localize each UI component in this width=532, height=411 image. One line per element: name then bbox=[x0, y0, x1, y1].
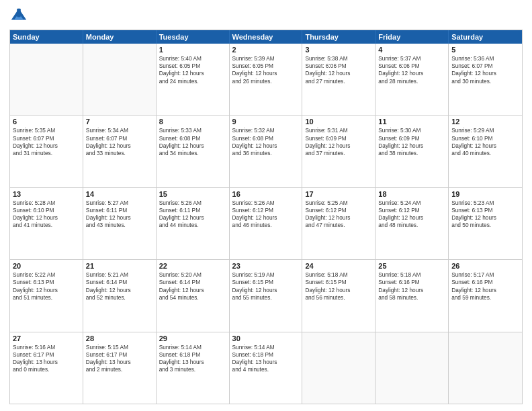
cell-info-line: Sunset: 6:11 PM bbox=[86, 207, 153, 214]
cell-info-line: Daylight: 12 hours bbox=[13, 287, 80, 294]
cell-info-line: and 54 minutes. bbox=[159, 294, 226, 302]
logo bbox=[9, 7, 31, 26]
header-day-friday: Friday bbox=[375, 30, 449, 44]
cell-info-line: Sunset: 6:14 PM bbox=[86, 279, 153, 286]
cell-info-line: Sunset: 6:18 PM bbox=[159, 351, 226, 359]
cell-info-line: Daylight: 13 hours bbox=[86, 359, 153, 366]
cell-info-line: Daylight: 12 hours bbox=[232, 214, 300, 222]
cell-info-line: Sunrise: 5:39 AM bbox=[232, 55, 300, 62]
day-number-3: 3 bbox=[305, 46, 372, 54]
cell-info-line: and 52 minutes. bbox=[86, 294, 153, 302]
cell-info-line: and 4 minutes. bbox=[232, 366, 300, 373]
cell-info-line: Sunset: 6:09 PM bbox=[378, 135, 445, 142]
cell-info-line: and 0 minutes. bbox=[13, 366, 80, 373]
day-cell-30: 30Sunrise: 5:14 AMSunset: 6:18 PMDayligh… bbox=[230, 332, 303, 404]
cell-info-line: Daylight: 12 hours bbox=[378, 214, 445, 222]
cell-info-line: and 37 minutes. bbox=[305, 150, 372, 157]
empty-cell-r0-c1 bbox=[83, 44, 157, 115]
cell-info-line: Sunset: 6:13 PM bbox=[13, 279, 80, 286]
cell-info-line: Sunrise: 5:14 AM bbox=[159, 344, 226, 351]
cell-info-line: and 30 minutes. bbox=[451, 78, 519, 85]
day-number-26: 26 bbox=[451, 262, 519, 270]
cell-info-line: Sunrise: 5:40 AM bbox=[159, 55, 226, 62]
svg-rect-2 bbox=[17, 9, 21, 17]
day-cell-7: 7Sunrise: 5:34 AMSunset: 6:07 PMDaylight… bbox=[83, 116, 157, 187]
cell-info-line: Sunset: 6:05 PM bbox=[159, 62, 226, 70]
cell-info-line: and 40 minutes. bbox=[451, 150, 519, 157]
day-number-28: 28 bbox=[86, 334, 153, 342]
day-number-30: 30 bbox=[232, 334, 300, 342]
day-cell-3: 3Sunrise: 5:38 AMSunset: 6:06 PMDaylight… bbox=[302, 44, 375, 115]
day-number-16: 16 bbox=[232, 190, 300, 198]
day-cell-6: 6Sunrise: 5:35 AMSunset: 6:07 PMDaylight… bbox=[10, 116, 83, 187]
day-number-4: 4 bbox=[378, 46, 445, 54]
cell-info-line: Sunset: 6:10 PM bbox=[451, 135, 519, 142]
cell-info-line: Sunset: 6:11 PM bbox=[159, 207, 226, 214]
cell-info-line: Daylight: 13 hours bbox=[159, 359, 226, 366]
cell-info-line: Sunset: 6:10 PM bbox=[13, 207, 80, 214]
empty-cell-r0-c0 bbox=[10, 44, 83, 115]
cell-info-line: Sunset: 6:07 PM bbox=[86, 135, 153, 142]
cell-info-line: and 24 minutes. bbox=[159, 78, 226, 85]
header bbox=[9, 7, 523, 26]
cell-info-line: Sunrise: 5:14 AM bbox=[232, 344, 300, 351]
cell-info-line: and 59 minutes. bbox=[451, 294, 519, 302]
day-cell-29: 29Sunrise: 5:14 AMSunset: 6:18 PMDayligh… bbox=[157, 332, 230, 404]
day-number-9: 9 bbox=[232, 118, 300, 126]
cell-info-line: Sunset: 6:18 PM bbox=[232, 351, 300, 359]
cell-info-line: Sunrise: 5:26 AM bbox=[159, 199, 226, 207]
cell-info-line: Daylight: 12 hours bbox=[159, 142, 226, 150]
page: SundayMondayTuesdayWednesdayThursdayFrid… bbox=[0, 0, 532, 411]
cell-info-line: Sunset: 6:09 PM bbox=[305, 135, 372, 142]
cell-info-line: Sunrise: 5:20 AM bbox=[159, 271, 226, 279]
day-cell-27: 27Sunrise: 5:16 AMSunset: 6:17 PMDayligh… bbox=[10, 332, 83, 404]
header-day-wednesday: Wednesday bbox=[230, 30, 303, 44]
cell-info-line: Sunset: 6:14 PM bbox=[159, 279, 226, 286]
cell-info-line: Sunrise: 5:31 AM bbox=[305, 127, 372, 134]
day-cell-8: 8Sunrise: 5:33 AMSunset: 6:08 PMDaylight… bbox=[157, 116, 230, 187]
cell-info-line: Sunrise: 5:38 AM bbox=[305, 55, 372, 62]
cell-info-line: Sunset: 6:16 PM bbox=[451, 279, 519, 286]
cell-info-line: Sunset: 6:17 PM bbox=[13, 351, 80, 359]
cell-info-line: Daylight: 13 hours bbox=[13, 359, 80, 366]
cell-info-line: Sunset: 6:05 PM bbox=[232, 62, 300, 70]
day-cell-13: 13Sunrise: 5:28 AMSunset: 6:10 PMDayligh… bbox=[10, 188, 83, 259]
cell-info-line: Sunrise: 5:15 AM bbox=[86, 344, 153, 351]
cell-info-line: and 31 minutes. bbox=[13, 150, 80, 157]
day-cell-1: 1Sunrise: 5:40 AMSunset: 6:05 PMDaylight… bbox=[157, 44, 230, 115]
calendar-body: 1Sunrise: 5:40 AMSunset: 6:05 PMDaylight… bbox=[10, 44, 522, 404]
cell-info-line: Daylight: 12 hours bbox=[86, 287, 153, 294]
cell-info-line: Sunset: 6:08 PM bbox=[232, 135, 300, 142]
cell-info-line: and 46 minutes. bbox=[232, 222, 300, 229]
cell-info-line: Sunrise: 5:33 AM bbox=[159, 127, 226, 134]
cell-info-line: and 33 minutes. bbox=[86, 150, 153, 157]
day-number-10: 10 bbox=[305, 118, 372, 126]
cell-info-line: Daylight: 12 hours bbox=[86, 214, 153, 222]
day-number-20: 20 bbox=[13, 262, 80, 270]
cell-info-line: Sunrise: 5:23 AM bbox=[451, 199, 519, 207]
cell-info-line: Sunrise: 5:21 AM bbox=[86, 271, 153, 279]
day-cell-26: 26Sunrise: 5:17 AMSunset: 6:16 PMDayligh… bbox=[449, 260, 522, 331]
cell-info-line: and 3 minutes. bbox=[159, 366, 226, 373]
day-number-29: 29 bbox=[159, 334, 226, 342]
day-cell-28: 28Sunrise: 5:15 AMSunset: 6:17 PMDayligh… bbox=[83, 332, 157, 404]
cell-info-line: Sunrise: 5:29 AM bbox=[451, 127, 519, 134]
cell-info-line: Daylight: 12 hours bbox=[159, 214, 226, 222]
cell-info-line: Sunrise: 5:28 AM bbox=[13, 199, 80, 207]
cell-info-line: Daylight: 12 hours bbox=[451, 287, 519, 294]
cell-info-line: Daylight: 12 hours bbox=[305, 287, 372, 294]
cell-info-line: and 51 minutes. bbox=[13, 294, 80, 302]
cell-info-line: and 44 minutes. bbox=[159, 222, 226, 229]
day-number-17: 17 bbox=[305, 190, 372, 198]
header-day-monday: Monday bbox=[83, 30, 157, 44]
cell-info-line: Sunrise: 5:27 AM bbox=[86, 199, 153, 207]
cell-info-line: Sunset: 6:17 PM bbox=[86, 351, 153, 359]
cell-info-line: Daylight: 12 hours bbox=[13, 142, 80, 150]
day-cell-16: 16Sunrise: 5:26 AMSunset: 6:12 PMDayligh… bbox=[230, 188, 303, 259]
calendar-row-1: 6Sunrise: 5:35 AMSunset: 6:07 PMDaylight… bbox=[10, 116, 522, 187]
header-day-thursday: Thursday bbox=[302, 30, 375, 44]
day-cell-19: 19Sunrise: 5:23 AMSunset: 6:13 PMDayligh… bbox=[449, 188, 522, 259]
cell-info-line: and 36 minutes. bbox=[232, 150, 300, 157]
day-cell-12: 12Sunrise: 5:29 AMSunset: 6:10 PMDayligh… bbox=[449, 116, 522, 187]
cell-info-line: Sunset: 6:13 PM bbox=[451, 207, 519, 214]
